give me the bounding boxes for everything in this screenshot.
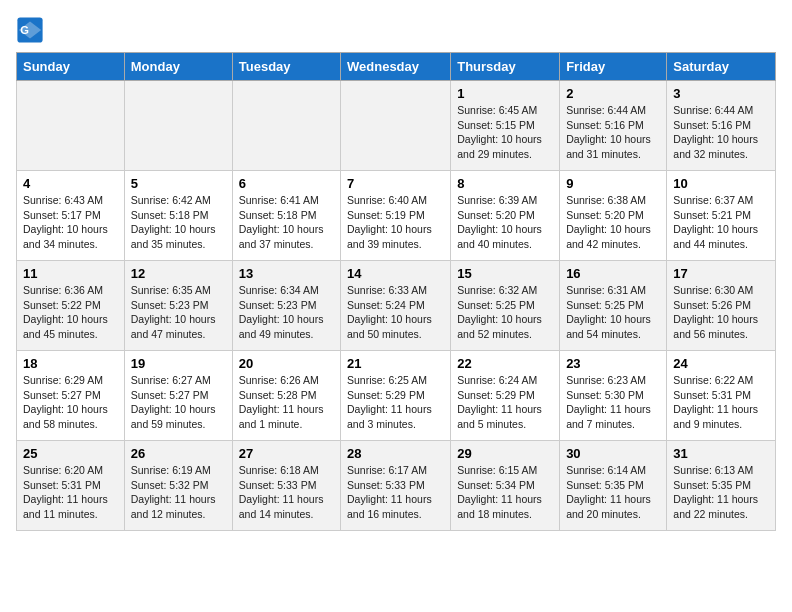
calendar-cell: 28Sunrise: 6:17 AMSunset: 5:33 PMDayligh… <box>341 441 451 531</box>
day-info: and 37 minutes. <box>239 237 334 252</box>
day-info: and 34 minutes. <box>23 237 118 252</box>
day-info: Sunset: 5:31 PM <box>23 478 118 493</box>
day-info: Sunrise: 6:26 AM <box>239 373 334 388</box>
calendar-cell: 24Sunrise: 6:22 AMSunset: 5:31 PMDayligh… <box>667 351 776 441</box>
day-info: Sunrise: 6:44 AM <box>566 103 660 118</box>
day-number: 9 <box>566 176 660 191</box>
calendar-cell <box>124 81 232 171</box>
calendar-cell <box>17 81 125 171</box>
day-info: Daylight: 11 hours <box>566 492 660 507</box>
calendar-cell: 2Sunrise: 6:44 AMSunset: 5:16 PMDaylight… <box>560 81 667 171</box>
day-number: 28 <box>347 446 444 461</box>
calendar-cell: 15Sunrise: 6:32 AMSunset: 5:25 PMDayligh… <box>451 261 560 351</box>
day-number: 16 <box>566 266 660 281</box>
day-number: 22 <box>457 356 553 371</box>
calendar-cell: 21Sunrise: 6:25 AMSunset: 5:29 PMDayligh… <box>341 351 451 441</box>
day-info: Sunrise: 6:41 AM <box>239 193 334 208</box>
logo: G <box>16 16 48 44</box>
day-number: 20 <box>239 356 334 371</box>
day-info: Daylight: 10 hours <box>347 312 444 327</box>
day-info: Sunset: 5:20 PM <box>457 208 553 223</box>
day-info: Daylight: 11 hours <box>673 492 769 507</box>
day-info: and 39 minutes. <box>347 237 444 252</box>
day-info: Sunset: 5:18 PM <box>239 208 334 223</box>
calendar-cell: 10Sunrise: 6:37 AMSunset: 5:21 PMDayligh… <box>667 171 776 261</box>
day-info: and 49 minutes. <box>239 327 334 342</box>
calendar-week-row: 18Sunrise: 6:29 AMSunset: 5:27 PMDayligh… <box>17 351 776 441</box>
day-number: 18 <box>23 356 118 371</box>
day-info: Daylight: 10 hours <box>673 312 769 327</box>
day-info: and 22 minutes. <box>673 507 769 522</box>
day-info: Sunset: 5:28 PM <box>239 388 334 403</box>
day-info: and 59 minutes. <box>131 417 226 432</box>
day-info: Daylight: 10 hours <box>347 222 444 237</box>
day-info: Sunset: 5:35 PM <box>566 478 660 493</box>
day-number: 2 <box>566 86 660 101</box>
day-info: Sunset: 5:34 PM <box>457 478 553 493</box>
calendar-week-row: 4Sunrise: 6:43 AMSunset: 5:17 PMDaylight… <box>17 171 776 261</box>
day-info: Sunrise: 6:37 AM <box>673 193 769 208</box>
day-info: Sunset: 5:31 PM <box>673 388 769 403</box>
day-info: and 29 minutes. <box>457 147 553 162</box>
day-info: Sunrise: 6:14 AM <box>566 463 660 478</box>
day-number: 8 <box>457 176 553 191</box>
calendar-cell: 8Sunrise: 6:39 AMSunset: 5:20 PMDaylight… <box>451 171 560 261</box>
day-number: 17 <box>673 266 769 281</box>
day-info: Sunset: 5:35 PM <box>673 478 769 493</box>
calendar-cell: 19Sunrise: 6:27 AMSunset: 5:27 PMDayligh… <box>124 351 232 441</box>
day-info: Sunset: 5:22 PM <box>23 298 118 313</box>
day-number: 15 <box>457 266 553 281</box>
day-number: 7 <box>347 176 444 191</box>
day-number: 1 <box>457 86 553 101</box>
day-info: Daylight: 10 hours <box>566 312 660 327</box>
calendar-week-row: 1Sunrise: 6:45 AMSunset: 5:15 PMDaylight… <box>17 81 776 171</box>
day-info: Sunset: 5:21 PM <box>673 208 769 223</box>
day-info: Daylight: 10 hours <box>673 132 769 147</box>
day-info: and 56 minutes. <box>673 327 769 342</box>
day-info: and 32 minutes. <box>673 147 769 162</box>
day-info: Sunset: 5:20 PM <box>566 208 660 223</box>
day-info: Daylight: 11 hours <box>347 492 444 507</box>
day-info: and 54 minutes. <box>566 327 660 342</box>
day-info: Daylight: 10 hours <box>239 312 334 327</box>
calendar-cell: 17Sunrise: 6:30 AMSunset: 5:26 PMDayligh… <box>667 261 776 351</box>
day-info: Sunrise: 6:13 AM <box>673 463 769 478</box>
day-info: Sunset: 5:24 PM <box>347 298 444 313</box>
day-info: and 18 minutes. <box>457 507 553 522</box>
day-info: Daylight: 11 hours <box>347 402 444 417</box>
day-info: Sunrise: 6:35 AM <box>131 283 226 298</box>
day-info: Daylight: 10 hours <box>23 312 118 327</box>
calendar-cell: 27Sunrise: 6:18 AMSunset: 5:33 PMDayligh… <box>232 441 340 531</box>
day-info: Sunrise: 6:18 AM <box>239 463 334 478</box>
day-number: 27 <box>239 446 334 461</box>
calendar-cell: 29Sunrise: 6:15 AMSunset: 5:34 PMDayligh… <box>451 441 560 531</box>
day-info: Sunset: 5:16 PM <box>673 118 769 133</box>
day-info: Sunrise: 6:39 AM <box>457 193 553 208</box>
day-number: 5 <box>131 176 226 191</box>
day-number: 25 <box>23 446 118 461</box>
day-info: Sunset: 5:29 PM <box>347 388 444 403</box>
day-info: Sunset: 5:18 PM <box>131 208 226 223</box>
header-monday: Monday <box>124 53 232 81</box>
day-info: Sunrise: 6:27 AM <box>131 373 226 388</box>
day-info: Daylight: 11 hours <box>566 402 660 417</box>
day-info: Sunset: 5:23 PM <box>239 298 334 313</box>
day-info: Sunrise: 6:36 AM <box>23 283 118 298</box>
day-info: Daylight: 11 hours <box>239 402 334 417</box>
day-info: Sunrise: 6:15 AM <box>457 463 553 478</box>
day-info: Daylight: 11 hours <box>131 492 226 507</box>
calendar-cell: 16Sunrise: 6:31 AMSunset: 5:25 PMDayligh… <box>560 261 667 351</box>
day-info: and 35 minutes. <box>131 237 226 252</box>
calendar-week-row: 25Sunrise: 6:20 AMSunset: 5:31 PMDayligh… <box>17 441 776 531</box>
day-info: Sunset: 5:33 PM <box>239 478 334 493</box>
day-info: Daylight: 10 hours <box>457 132 553 147</box>
calendar-cell: 5Sunrise: 6:42 AMSunset: 5:18 PMDaylight… <box>124 171 232 261</box>
day-info: Sunset: 5:25 PM <box>566 298 660 313</box>
day-number: 3 <box>673 86 769 101</box>
day-info: Daylight: 10 hours <box>239 222 334 237</box>
day-info: Sunset: 5:16 PM <box>566 118 660 133</box>
day-info: Sunrise: 6:33 AM <box>347 283 444 298</box>
day-info: Sunset: 5:30 PM <box>566 388 660 403</box>
day-info: and 42 minutes. <box>566 237 660 252</box>
day-info: Sunrise: 6:29 AM <box>23 373 118 388</box>
